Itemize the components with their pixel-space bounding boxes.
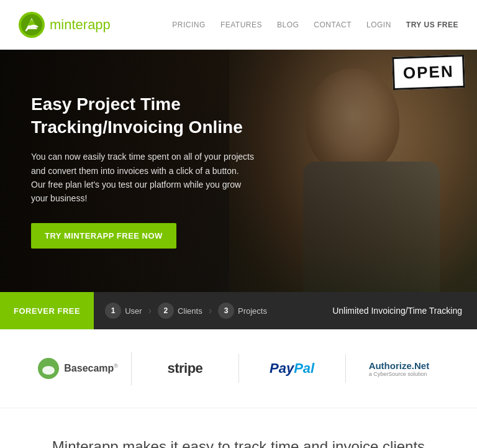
stripe-logo: stripe — [167, 360, 202, 377]
tagline-section: Minterapp makes it easy to track time an… — [0, 408, 477, 448]
hero-title: Easy Project Time Tracking/Invoicing Onl… — [31, 93, 255, 139]
tagline-text: Minterapp makes it easy to track time an… — [50, 436, 427, 448]
hero-cta-button[interactable]: TRY MINTERAPP FREE NOW — [31, 223, 176, 249]
logo[interactable]: minterapp — [19, 12, 111, 38]
partner-authnet: Authorize.Net a CyberSource solution — [346, 354, 452, 383]
hero-description: You can now easily track time spent on a… — [31, 150, 255, 206]
partner-paypal: PayPal — [239, 354, 346, 383]
paypal-logo: PayPal — [270, 360, 314, 377]
basecamp-label: Basecamp® — [64, 363, 118, 374]
step-2-number: 2 — [158, 303, 174, 319]
authnet-logo: Authorize.Net a CyberSource solution — [369, 360, 430, 377]
arrow-icon-2: › — [209, 305, 212, 316]
authnet-sub: a CyberSource solution — [369, 371, 430, 377]
hero-section: OPEN Easy Project Time Tracking/Invoicin… — [0, 50, 477, 292]
nav-blog[interactable]: BLOG — [277, 21, 299, 29]
nav-contact[interactable]: CONTACT — [314, 21, 352, 29]
step-1: 1 User — [105, 303, 142, 319]
header: minterapp PRICING FEATURES BLOG CONTACT … — [0, 0, 477, 50]
logo-icon — [19, 12, 45, 38]
nav-login[interactable]: LOGIN — [366, 21, 391, 29]
nav-features[interactable]: FEATURES — [220, 21, 262, 29]
step-1-label: User — [125, 306, 142, 316]
unlimited-label: Unlimited Invoicing/Time Tracking — [317, 292, 477, 329]
partners-section: Basecamp® stripe PayPal Authorize.Net a … — [0, 329, 477, 408]
step-2-label: Clients — [178, 306, 202, 316]
open-sign: OPEN — [392, 55, 465, 90]
logo-text: minterapp — [50, 17, 111, 33]
step-3-label: Projects — [238, 306, 267, 316]
feature-steps: 1 User › 2 Clients › 3 Projects — [94, 292, 278, 329]
nav-pricing[interactable]: PRICING — [172, 21, 206, 29]
forever-free-label: FOREVER FREE — [0, 292, 94, 329]
step-2: 2 Clients — [158, 303, 202, 319]
svg-point-5 — [42, 366, 55, 375]
feature-bar: FOREVER FREE 1 User › 2 Clients › 3 Proj… — [0, 292, 477, 329]
step-3-number: 3 — [218, 303, 234, 319]
partner-basecamp: Basecamp® — [25, 352, 132, 385]
main-nav: PRICING FEATURES BLOG CONTACT LOGIN TRY … — [172, 21, 458, 29]
partner-stripe: stripe — [132, 354, 238, 383]
nav-try-free[interactable]: TRY US FREE — [406, 21, 458, 29]
arrow-icon-1: › — [148, 305, 152, 316]
basecamp-icon — [38, 358, 59, 379]
step-3: 3 Projects — [218, 303, 267, 319]
step-1-number: 1 — [105, 303, 121, 319]
